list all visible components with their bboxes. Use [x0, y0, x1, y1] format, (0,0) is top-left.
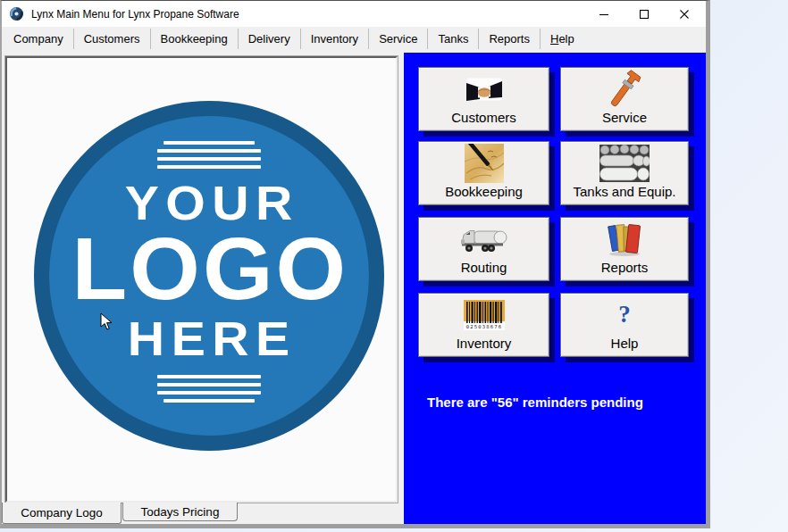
logo-deco-lines-bottom — [157, 372, 261, 405]
inventory-button-label: Inventory — [457, 337, 512, 352]
menu-customers[interactable]: Customers — [74, 29, 151, 49]
close-button[interactable] — [664, 1, 704, 27]
menu-bookkeeping[interactable]: Bookkeeping — [151, 29, 239, 49]
tab-company-logo-label: Company Logo — [21, 506, 103, 520]
barcode-digits: 025038676 — [465, 323, 502, 328]
title-bar: Lynx Main Menu for Lynx Propane Software — [2, 1, 706, 27]
close-icon — [679, 9, 690, 20]
propane-tanks-icon — [561, 142, 688, 185]
tank-truck-icon — [419, 218, 549, 261]
tanks-and-equipment-button-label: Tanks and Equip. — [573, 185, 675, 200]
routing-button[interactable]: Routing — [418, 217, 549, 281]
launcher-panel: Customers Service — [404, 53, 706, 524]
reports-button[interactable]: Reports — [560, 217, 689, 281]
routing-button-label: Routing — [461, 261, 507, 276]
help-button[interactable]: ? Help — [560, 293, 689, 357]
menu-inventory[interactable]: Inventory — [301, 29, 369, 49]
tab-todays-pricing-label: Todays Pricing — [141, 505, 220, 519]
reports-button-label: Reports — [601, 261, 649, 276]
minimize-icon — [599, 9, 609, 20]
app-window: Lynx Main Menu for Lynx Propane Software… — [0, 0, 710, 528]
menu-reports[interactable]: Reports — [479, 29, 541, 49]
maximize-icon — [639, 9, 650, 20]
bookkeeping-button[interactable]: Bookkeeping — [418, 141, 549, 205]
books-icon — [561, 218, 688, 261]
tab-company-logo[interactable]: Company Logo — [2, 503, 122, 524]
menu-bar: Company Customers Bookkeeping Delivery I… — [2, 27, 706, 51]
menu-help-rest: elp — [558, 32, 574, 46]
mouse-cursor — [100, 312, 113, 331]
handshake-icon — [419, 68, 549, 111]
company-logo-image: YOUR LOGO HERE — [34, 101, 384, 451]
customers-button[interactable]: Customers — [418, 67, 549, 131]
menu-tanks[interactable]: Tanks — [428, 29, 479, 49]
ledger-pen-icon — [419, 142, 549, 185]
help-button-label: Help — [611, 337, 639, 352]
question-mark-icon: ? — [561, 294, 688, 337]
minimize-button[interactable] — [583, 1, 624, 27]
logo-text-here: HERE — [122, 314, 297, 362]
window-title: Lynx Main Menu for Lynx Propane Software — [31, 8, 239, 21]
menu-service[interactable]: Service — [369, 29, 428, 49]
logo-text-logo: LOGO — [70, 229, 349, 309]
service-button-label: Service — [602, 111, 647, 126]
reminders-pending-text: There are "56" reminders pending — [427, 395, 643, 410]
service-button[interactable]: Service — [560, 67, 689, 131]
app-icon — [9, 6, 24, 21]
logo-picture-frame: YOUR LOGO HERE — [4, 55, 398, 503]
logo-inner-circle: YOUR LOGO HERE — [49, 116, 369, 436]
tanks-and-equipment-button[interactable]: Tanks and Equip. — [560, 141, 689, 205]
logo-deco-lines-top — [157, 138, 261, 171]
tab-todays-pricing[interactable]: Todays Pricing — [122, 503, 238, 521]
window-controls — [583, 1, 704, 27]
customers-button-label: Customers — [451, 111, 516, 126]
inventory-button[interactable]: 025038676 Inventory — [418, 293, 549, 357]
maximize-button[interactable] — [624, 1, 664, 27]
barcode-icon: 025038676 — [419, 294, 549, 337]
logo-picture-area: YOUR LOGO HERE — [5, 56, 398, 503]
desktop: { "window": { "title": "Lynx Main Menu f… — [0, 0, 788, 532]
menu-company[interactable]: Company — [4, 29, 74, 49]
menu-help[interactable]: Help — [541, 29, 584, 49]
question-mark-glyph: ? — [618, 303, 631, 327]
menu-delivery[interactable]: Delivery — [239, 29, 301, 49]
bookkeeping-button-label: Bookkeeping — [445, 185, 523, 200]
pipe-wrench-icon — [561, 68, 688, 111]
menu-help-accel: H — [550, 32, 558, 46]
